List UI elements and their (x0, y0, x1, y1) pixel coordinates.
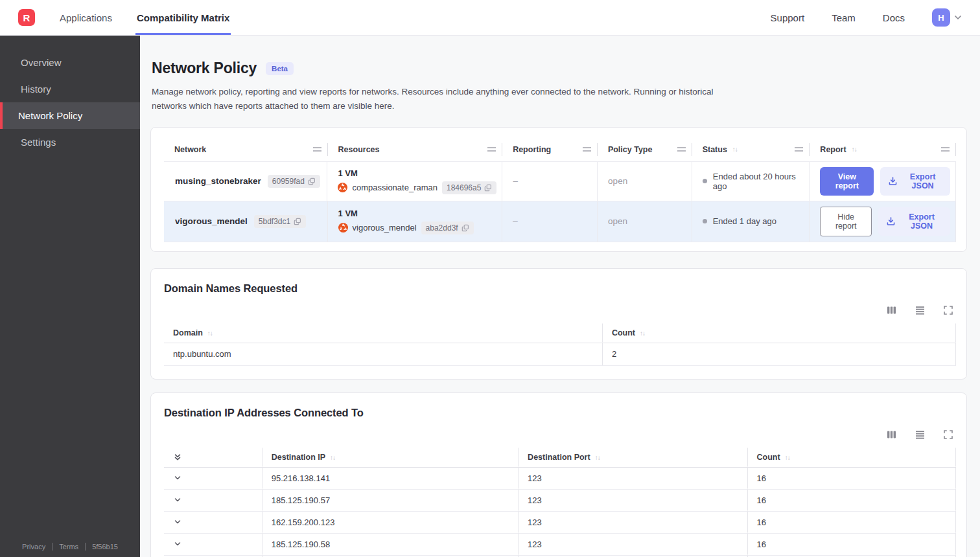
policy-type-cell: open (598, 201, 692, 242)
user-menu[interactable]: H (932, 8, 963, 27)
destination-ip-card: Destination IP Addresses Connected To (150, 392, 967, 557)
column-label: Report (820, 145, 846, 154)
resource-name: vigorous_mendel (353, 223, 417, 233)
column-header-reporting: Reporting (502, 138, 598, 161)
column-resize-handle[interactable] (941, 147, 950, 152)
copy-icon[interactable] (461, 224, 469, 232)
count-cell: 16 (748, 490, 956, 511)
ip-value: 185.125.190.57 (272, 495, 330, 505)
destination-ip-cell: 162.159.200.123 (262, 512, 519, 533)
domain-names-card: Domain Names Requested Domain ↑↓ (150, 268, 967, 380)
column-divider (955, 448, 956, 467)
column-label: Destination Port (528, 453, 590, 462)
tab-compatibility-matrix[interactable]: Compatibility Matrix (135, 0, 231, 35)
column-resize-handle[interactable] (313, 147, 321, 152)
column-header-destination-port[interactable]: Destination Port ↑↓ (519, 448, 747, 467)
copy-icon[interactable] (294, 218, 301, 225)
domain-value: ntp.ubuntu.com (173, 349, 231, 359)
column-resize-handle[interactable] (487, 147, 496, 152)
tab-applications[interactable]: Applications (58, 0, 113, 35)
privacy-link[interactable]: Privacy (22, 543, 45, 551)
row-expand-chevron-icon[interactable] (173, 540, 182, 549)
rows-view-icon[interactable] (915, 429, 926, 440)
brand-logo[interactable]: R (18, 9, 35, 26)
row-expand-chevron-icon[interactable] (173, 517, 182, 527)
domain-cell: ntp.ubuntu.com (164, 343, 603, 365)
resource-name: compassionate_raman (352, 183, 438, 192)
rows-view-icon[interactable] (915, 305, 926, 315)
column-resize-handle[interactable] (583, 147, 591, 152)
destination-ip-cell: 95.216.138.141 (262, 468, 519, 489)
network-id: 60959fad (272, 177, 305, 186)
network-row[interactable]: musing_stonebraker 60959fad 1 VM (164, 161, 956, 201)
destination-row: 162.159.200.123 123 16 (164, 512, 956, 534)
sidebar-item-history[interactable]: History (0, 76, 140, 102)
footer-divider (52, 543, 52, 551)
status-cell: Ended about 20 hours ago (692, 162, 810, 201)
footer-divider (85, 543, 86, 551)
row-expand-chevron-icon[interactable] (173, 495, 182, 505)
column-divider (955, 143, 956, 156)
copy-icon[interactable] (484, 184, 492, 192)
networks-table-header: Network Resources Reporting (164, 138, 956, 161)
link-support[interactable]: Support (771, 12, 805, 23)
column-label: Policy Type (608, 145, 653, 154)
column-header-count[interactable]: Count ↑↓ (603, 324, 956, 343)
column-header-status[interactable]: Status ↑↓ (692, 138, 810, 161)
network-id: 5bdf3dc1 (259, 217, 290, 226)
networks-table: Network Resources Reporting (164, 138, 956, 242)
column-header-report[interactable]: Report ↑↓ (810, 138, 956, 161)
link-team[interactable]: Team (832, 12, 856, 23)
export-json-label: Export JSON (901, 212, 942, 231)
avatar[interactable]: H (932, 8, 950, 27)
sidebar-item-network-policy[interactable]: Network Policy (0, 102, 140, 129)
column-header-destination-ip[interactable]: Destination IP ↑↓ (262, 448, 519, 467)
column-label: Status (703, 145, 727, 154)
sidebar-item-settings[interactable]: Settings (0, 129, 140, 155)
reporting-cell: – (502, 162, 598, 201)
fullscreen-icon[interactable] (943, 429, 953, 440)
column-label: Resources (338, 145, 380, 154)
ip-value: 95.216.138.141 (272, 473, 330, 483)
column-header-domain[interactable]: Domain ↑↓ (164, 324, 603, 343)
fullscreen-icon[interactable] (943, 305, 953, 315)
sidebar: Overview History Network Policy Settings… (0, 36, 140, 557)
domain-row: ntp.ubuntu.com 2 (164, 343, 956, 366)
export-json-button[interactable]: Export JSON (880, 167, 950, 196)
sidebar-item-overview[interactable]: Overview (0, 49, 140, 76)
column-header-count[interactable]: Count ↑↓ (748, 448, 956, 467)
column-resize-handle[interactable] (795, 147, 803, 152)
count-cell: 16 (748, 512, 956, 533)
sort-icon: ↑↓ (785, 454, 790, 461)
export-json-button[interactable]: Export JSON (878, 207, 950, 236)
destination-table-header: Destination IP ↑↓ Destination Port ↑↓ Co… (164, 448, 956, 468)
count-value: 16 (757, 495, 766, 505)
columns-view-icon[interactable] (886, 305, 897, 315)
resource-id-badge: 184696a5 (442, 181, 496, 194)
destination-row: 185.125.190.58 123 16 (164, 534, 956, 556)
hide-report-button[interactable]: Hide report (820, 207, 872, 236)
expand-all-icon[interactable] (173, 453, 182, 462)
page-title: Network Policy (152, 60, 257, 77)
link-docs[interactable]: Docs (883, 12, 905, 23)
network-row[interactable]: vigorous_mendel 5bdf3dc1 1 VM (164, 201, 956, 242)
terms-link[interactable]: Terms (59, 543, 78, 551)
columns-view-icon[interactable] (886, 429, 897, 440)
column-resize-handle[interactable] (677, 147, 686, 152)
row-expand-chevron-icon[interactable] (173, 473, 182, 483)
network-id-badge: 60959fad (268, 175, 320, 188)
column-label: Domain (173, 328, 203, 337)
count-value: 2 (612, 349, 616, 359)
ip-value: 185.125.190.58 (272, 540, 330, 549)
destination-table: Destination IP ↑↓ Destination Port ↑↓ Co… (164, 448, 956, 557)
copy-icon[interactable] (308, 177, 316, 185)
vm-count: 1 VM (338, 209, 358, 218)
count-cell: 2 (603, 343, 956, 365)
report-cell: View report Export JSON (810, 162, 956, 201)
view-report-button[interactable]: View report (820, 167, 874, 196)
sort-icon: ↑↓ (732, 146, 738, 153)
download-icon (888, 176, 898, 186)
count-cell: 16 (748, 468, 956, 489)
count-value: 16 (757, 473, 766, 483)
port-value: 123 (528, 473, 542, 483)
